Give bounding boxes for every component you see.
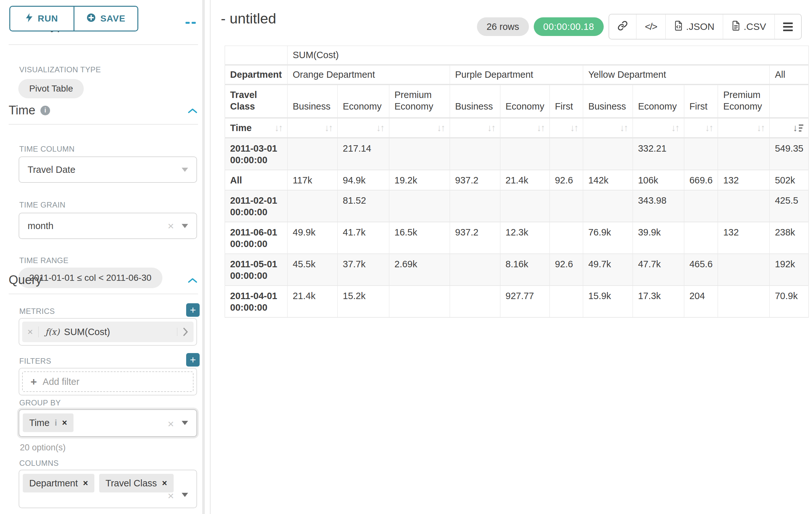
sort-icon[interactable]: ↓↑ [324,123,332,133]
data-cell: 2.69k [389,254,450,286]
sidebar-scrollbar[interactable] [202,0,205,514]
divider [9,294,198,294]
table-row: 2011-03-01 00:00:00217.14332.21549.35 [225,138,809,170]
data-cell: 92.6 [549,170,583,190]
sort-icon[interactable]: ↓↑ [671,123,679,133]
clear-icon[interactable]: × [168,490,174,502]
row-dimension-cell: Time ↓↑ [225,118,288,138]
metric-body: ƒ(x) SUM(Cost) [39,327,177,337]
row-label: 2011-05-01 00:00:00 [225,254,288,286]
chevron-down-icon[interactable] [182,421,188,425]
group-by-select[interactable]: Time i × × [19,409,197,437]
data-cell: 49.7k [583,254,633,286]
columns-select[interactable]: Department × Travel Class × × [19,470,197,508]
columns-tag[interactable]: Travel Class × [99,474,174,492]
data-cell: 12.3k [500,222,550,254]
data-cell: 45.5k [288,254,338,286]
subcol-header: Business [450,84,500,118]
group-header: All [770,65,809,84]
sort-cell: ↓↑ [338,118,389,138]
sort-icon[interactable]: ↓↑ [487,123,495,133]
sort-cell: ↓↑ [288,118,338,138]
sort-cell: ↓↑ [549,118,583,138]
copy-link-button[interactable] [609,15,636,39]
sort-icon[interactable]: ↓↑ [274,123,282,133]
remove-metric-icon[interactable]: × [22,326,39,337]
result-controls: 26 rows 00:00:00.18 </> .JSON .CSV [477,13,802,40]
remove-tag-icon[interactable]: × [62,418,67,428]
data-cell: 332.21 [633,138,684,170]
data-cell [583,138,633,170]
run-button[interactable]: RUN [10,7,75,30]
subcol-header: Premium Economy [389,84,450,118]
chevron-up-icon[interactable] [187,108,198,115]
data-cell: 92.6 [549,254,583,286]
data-cell: 217.14 [338,138,389,170]
time-column-select[interactable]: Travel Date [19,157,197,183]
clear-icon[interactable]: × [168,220,174,232]
export-json-button[interactable]: .JSON [666,15,723,39]
info-icon[interactable]: i [55,418,57,428]
fx-icon: ƒ(x) [45,327,60,337]
subcol-header: Business [583,84,633,118]
group-by-tag[interactable]: Time i × [23,413,74,432]
sort-cell: ↓ [770,118,809,138]
data-cell: 937.2 [450,222,500,254]
sort-icon[interactable]: ↓↑ [620,123,628,133]
add-filter-button[interactable]: + [186,353,200,367]
file-text-icon [731,20,741,33]
col-dimension-label: Department [225,65,288,84]
tag-label: Department [29,478,78,489]
sort-icon[interactable]: ↓↑ [536,123,544,133]
time-column-value: Travel Date [28,164,76,175]
remove-tag-icon[interactable]: × [162,478,167,488]
data-cell [684,190,718,222]
data-cell: 192k [770,254,809,286]
info-icon[interactable]: i [40,106,50,115]
chevron-up-icon[interactable] [187,277,198,285]
data-cell: 106k [633,170,684,190]
data-cell: 669.6 [684,170,718,190]
department-header-row: Department Orange Department Purple Depa… [225,65,809,84]
sub-dimension-label: Travel Class [225,84,288,118]
columns-tags: Department × Travel Class × [19,470,196,492]
data-cell: 17.3k [633,286,684,317]
sort-icon[interactable]: ↓↑ [437,123,444,133]
csv-label: .CSV [744,21,766,32]
chart-title[interactable]: - untitled [221,10,276,27]
export-csv-button[interactable]: .CSV [723,15,775,39]
subcol-header: First [684,84,718,118]
visualization-type-pill[interactable]: Pivot Table [18,79,84,98]
chevron-down-icon[interactable] [182,493,188,497]
sort-icon[interactable]: ↓↑ [376,123,384,133]
data-cell: 425.5 [770,190,809,222]
data-cell: 15.9k [583,286,633,317]
time-grain-select[interactable]: month × [19,213,197,239]
add-filter-dropzone[interactable]: + Add filter [22,371,194,392]
menu-button[interactable] [775,15,801,39]
data-cell: 41.7k [338,222,389,254]
save-button[interactable]: SAVE [75,7,138,30]
add-metric-button[interactable]: + [186,303,200,317]
time-grain-label: TIME GRAIN [19,200,65,210]
data-cell: 94.9k [338,170,389,190]
metrics-box: × ƒ(x) SUM(Cost) [19,318,197,346]
sort-icon[interactable]: ↓↑ [756,123,764,133]
row-dimension-label: Time [230,123,252,133]
sort-cell: ↓↑ [450,118,500,138]
divider [9,124,198,125]
pivot-table-body: 2011-03-01 00:00:00217.14332.21549.35All… [225,138,809,317]
group-header: Purple Department [450,65,583,84]
view-query-button[interactable]: </> [636,15,665,39]
sort-icon[interactable]: ↓↑ [570,123,578,133]
clear-icon[interactable]: × [168,417,174,430]
data-cell: 937.2 [450,170,500,190]
run-save-button-group: RUN SAVE [9,6,138,31]
chevron-right-icon[interactable] [177,328,194,336]
remove-tag-icon[interactable]: × [83,478,88,488]
sort-icon[interactable]: ↓↑ [705,123,713,133]
sort-descending-active-icon[interactable]: ↓ [793,123,803,133]
columns-tag[interactable]: Department × [23,474,94,492]
metric-pill[interactable]: × ƒ(x) SUM(Cost) [22,322,194,342]
visualization-type-label: VISUALIZATION TYPE [19,65,101,74]
